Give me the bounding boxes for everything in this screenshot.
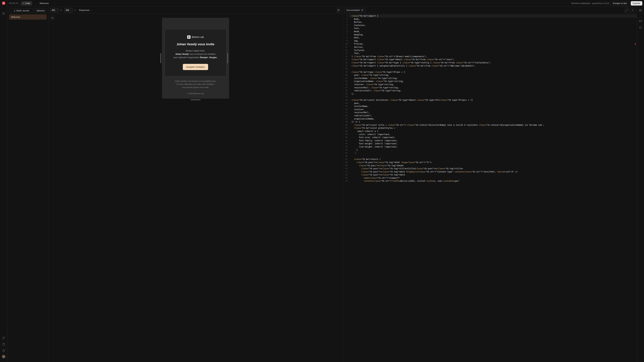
code-panel: Documentation 12345678910111213141516171…: [343, 7, 636, 362]
export-button[interactable]: Exporter: [631, 1, 642, 5]
svg-line-13: [627, 9, 628, 10]
documentation-button[interactable]: Documentation: [344, 8, 366, 12]
close-icon[interactable]: [630, 8, 635, 12]
svg-point-17: [640, 9, 642, 10]
info-icon[interactable]: [638, 25, 642, 29]
responsive-dropdown[interactable]: Responsive: [79, 9, 92, 11]
device-toggle-icon[interactable]: [336, 8, 341, 12]
panel-left-icon[interactable]: [2, 11, 6, 15]
canvas-toolbar: W H Responsive: [48, 7, 342, 14]
resize-handle-bottom[interactable]: [190, 99, 200, 100]
width-label: W: [60, 9, 62, 11]
code-editor[interactable]: 1234567891011121314151617181920212223242…: [343, 14, 636, 362]
height-input[interactable]: [64, 8, 73, 12]
file-icon[interactable]: [2, 342, 6, 346]
modeles-label: MODÈLES: [9, 2, 18, 4]
create-button[interactable]: +Créer: [21, 1, 32, 5]
sidebar: Modif. récente Sélection Welcome: [8, 7, 48, 362]
svg-rect-0: [3, 12, 5, 14]
app-logo[interactable]: D: [2, 2, 5, 5]
selection-button[interactable]: Sélection: [35, 8, 46, 13]
code-tab-icon[interactable]: [638, 19, 642, 23]
brand-badge: B: [187, 35, 190, 39]
email-body: Bonjour Agata Harle, Johan Veselý vous a…: [170, 49, 222, 59]
tree-item-welcome[interactable]: Welcome: [9, 14, 46, 19]
expand-icon[interactable]: [624, 8, 629, 12]
avatar[interactable]: [2, 355, 5, 358]
svg-rect-10: [338, 9, 339, 11]
email-frame: B Bireme Lab Johan Veselý vous invite Bo…: [162, 18, 229, 98]
svg-line-12: [362, 9, 363, 10]
right-rail: [636, 7, 644, 362]
error-indicator-icon[interactable]: [635, 43, 636, 44]
theme-toggle-icon[interactable]: [50, 15, 55, 20]
resize-handle-left[interactable]: [160, 53, 161, 63]
topbar: MODÈLES +Créer Welcome Dernière modifica…: [8, 0, 644, 7]
height-label: H: [74, 9, 76, 11]
resize-handle-right[interactable]: [227, 53, 228, 63]
help-icon[interactable]: [2, 349, 6, 353]
send-test-button[interactable]: Envoyer un test: [611, 1, 629, 6]
left-rail: D: [0, 0, 8, 362]
width-input[interactable]: [50, 8, 59, 12]
preview-area: B Bireme Lab Johan Veselý vous invite Bo…: [48, 14, 342, 362]
email-title: Johan Veselý vous invite: [170, 42, 222, 46]
sort-recent-button[interactable]: Modif. récente: [9, 8, 33, 13]
email-copyright: © 2024 Bireme Lab: [165, 92, 226, 94]
tab-welcome[interactable]: Welcome: [40, 2, 49, 4]
svg-line-14: [626, 10, 626, 11]
canvas: W H Responsive: [48, 7, 343, 362]
brand-name: Bireme Lab: [192, 36, 204, 38]
accept-button[interactable]: Accepter l'invitation: [183, 64, 208, 70]
chat-icon[interactable]: [2, 336, 6, 340]
last-modified: Dernière modification : aujourd'hui à 15…: [571, 2, 609, 4]
email-footer: Cette invitation est destinée à hui.das@…: [165, 80, 226, 89]
database-icon[interactable]: [638, 8, 642, 12]
